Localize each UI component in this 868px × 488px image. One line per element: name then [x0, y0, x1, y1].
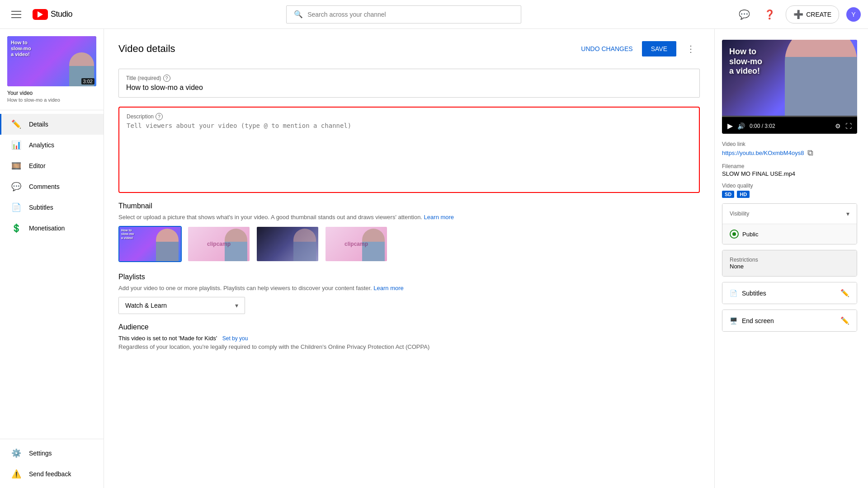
- title-input[interactable]: [126, 84, 692, 92]
- hamburger-button[interactable]: [7, 5, 25, 23]
- thumbnail-option-2[interactable]: clipcamp: [187, 226, 250, 262]
- end-screen-header-content: 🖥️ End screen: [730, 317, 774, 324]
- details-label: Details: [29, 121, 48, 128]
- subtitles-panel-title: Subtitles: [742, 290, 766, 297]
- filename-row: Filename SLOW MO FINAL USE.mp4: [722, 163, 857, 177]
- page-actions: UNDO CHANGES SAVE ⋮: [577, 40, 700, 58]
- sidebar-video-thumbnail[interactable]: How toslow-moa video! 3:02: [7, 36, 96, 86]
- restrictions-header: Restrictions None: [722, 250, 857, 276]
- video-quality-row: Video quality SD HD: [722, 183, 857, 198]
- thumb-image-1: How toslow-moa video!: [119, 227, 181, 261]
- end-screen-panel: 🖥️ End screen ✏️: [722, 310, 857, 332]
- subtitles-panel-icon: 📄: [730, 290, 737, 297]
- create-button[interactable]: ➕ CREATE: [786, 5, 839, 23]
- chevron-down-visibility: ▾: [846, 210, 849, 217]
- video-quality-label: Video quality: [722, 183, 857, 189]
- visibility-row: Public: [730, 230, 849, 239]
- editor-icon: 🎞️: [11, 161, 22, 171]
- sidebar-item-analytics[interactable]: 📊 Analytics: [0, 135, 104, 155]
- visibility-panel-content: Public: [722, 224, 857, 244]
- copy-link-button[interactable]: ⧉: [807, 148, 813, 158]
- video-preview-container: How toslow-moa video! ▶ 🔊 0:00 / 3:02 ⚙ …: [722, 40, 857, 134]
- playlists-learn-more[interactable]: Learn more: [373, 285, 403, 291]
- search-input[interactable]: [307, 11, 514, 18]
- video-link[interactable]: https://youtu.be/KOxmbM4oys8: [722, 150, 804, 156]
- sidebar: How toslow-moa video! 3:02 Your video Ho…: [0, 29, 104, 488]
- chat-button[interactable]: 💬: [735, 5, 753, 23]
- subtitles-icon: 📄: [11, 202, 22, 212]
- restrictions-panel: Restrictions None: [722, 250, 857, 277]
- audience-desc: Regardless of your location, you're lega…: [118, 343, 700, 350]
- time-display: 0:00 / 3:02: [750, 123, 830, 129]
- title-help-icon[interactable]: ?: [163, 75, 170, 82]
- volume-button[interactable]: 🔊: [737, 122, 745, 130]
- sidebar-item-send-feedback[interactable]: ⚠️ Send feedback: [0, 464, 104, 484]
- end-screen-panel-title: End screen: [742, 317, 774, 324]
- sidebar-video-subtitle: How to slow-mo a video: [7, 97, 96, 103]
- video-link-row: Video link https://youtu.be/KOxmbM4oys8 …: [722, 141, 857, 158]
- save-button[interactable]: SAVE: [642, 41, 676, 56]
- video-link-label: Video link: [722, 141, 857, 147]
- audience-section: Audience This video is set to not 'Made …: [118, 323, 700, 350]
- nav-right: 💬 ❓ ➕ CREATE Y: [735, 5, 861, 23]
- feedback-label: Send feedback: [29, 470, 71, 478]
- app-body: How toslow-moa video! 3:02 Your video Ho…: [0, 29, 868, 488]
- copy-link-area: https://youtu.be/KOxmbM4oys8 ⧉: [722, 148, 857, 158]
- sidebar-item-subtitles[interactable]: 📄 Subtitles: [0, 197, 104, 218]
- more-options-button[interactable]: ⋮: [682, 40, 700, 58]
- play-button[interactable]: ▶: [727, 122, 733, 130]
- editor-label: Editor: [29, 162, 46, 169]
- set-by-you[interactable]: Set by you: [222, 335, 248, 342]
- thumb-text: How toslow-moa video!: [11, 40, 31, 58]
- thumbnail-option-4[interactable]: clipcamp: [325, 226, 388, 262]
- sidebar-video-section: How toslow-moa video! 3:02 Your video Ho…: [0, 29, 104, 110]
- hd-badge: HD: [737, 191, 750, 198]
- description-help-icon[interactable]: ?: [156, 113, 163, 120]
- comments-icon: 💬: [11, 182, 22, 192]
- thumb-image-4: clipcamp: [326, 227, 387, 261]
- undo-changes-button[interactable]: UNDO CHANGES: [577, 42, 636, 56]
- chevron-down-icon: ▾: [235, 302, 238, 309]
- end-screen-edit-icon[interactable]: ✏️: [840, 316, 849, 325]
- subtitles-edit-icon[interactable]: ✏️: [840, 289, 849, 297]
- end-screen-panel-header[interactable]: 🖥️ End screen ✏️: [722, 310, 857, 331]
- playlist-value: Watch & Learn: [125, 302, 167, 309]
- sidebar-item-settings[interactable]: ⚙️ Settings: [0, 443, 104, 464]
- page-header: Video details UNDO CHANGES SAVE ⋮: [118, 40, 700, 58]
- sidebar-item-details[interactable]: ✏️ Details: [0, 114, 104, 135]
- filename-value: SLOW MO FINAL USE.mp4: [722, 170, 857, 177]
- sidebar-item-editor[interactable]: 🎞️ Editor: [0, 155, 104, 176]
- thumbnail-desc: Select or upload a picture that shows wh…: [118, 214, 700, 221]
- thumbnail-option-1[interactable]: How toslow-moa video!: [118, 226, 182, 262]
- details-icon: ✏️: [11, 119, 22, 129]
- sd-badge: SD: [722, 191, 734, 198]
- video-preview-thumb: How toslow-moa video!: [722, 40, 857, 116]
- monetisation-icon: 💲: [11, 223, 22, 233]
- playlists-title: Playlists: [118, 273, 700, 281]
- copy-icon: ⧉: [807, 148, 813, 157]
- active-indicator: [0, 114, 1, 135]
- sidebar-nav: ✏️ Details 📊 Analytics 🎞️ Editor 💬 Comme…: [0, 110, 104, 439]
- thumbnail-learn-more[interactable]: Learn more: [424, 214, 454, 221]
- sidebar-item-comments[interactable]: 💬 Comments: [0, 176, 104, 197]
- avatar[interactable]: Y: [846, 7, 861, 22]
- settings-label: Settings: [29, 450, 52, 457]
- progress-bar[interactable]: [722, 116, 857, 117]
- fullscreen-button[interactable]: ⛶: [845, 122, 852, 130]
- settings-icon: ⚙️: [11, 448, 22, 458]
- thumbnail-option-3[interactable]: [256, 226, 319, 262]
- playlist-dropdown[interactable]: Watch & Learn ▾: [118, 297, 245, 314]
- clipcamp-watermark-2: clipcamp: [207, 241, 231, 247]
- subtitles-panel-header[interactable]: 📄 Subtitles ✏️: [722, 282, 857, 304]
- subtitles-header-content: 📄 Subtitles: [730, 290, 766, 297]
- search-icon: 🔍: [294, 10, 303, 19]
- thumbnail-title: Thumbnail: [118, 202, 700, 210]
- settings-button[interactable]: ⚙: [835, 122, 841, 130]
- thumbnail-grid: How toslow-moa video! clipcamp: [118, 226, 700, 262]
- sidebar-item-monetisation[interactable]: 💲 Monetisation: [0, 218, 104, 239]
- help-button[interactable]: ❓: [760, 5, 778, 23]
- visibility-panel-header[interactable]: Visibility ▾: [722, 204, 857, 224]
- video-controls: ▶ 🔊 0:00 / 3:02 ⚙ ⛶: [722, 118, 857, 134]
- description-input[interactable]: [127, 122, 692, 185]
- analytics-label: Analytics: [29, 141, 54, 149]
